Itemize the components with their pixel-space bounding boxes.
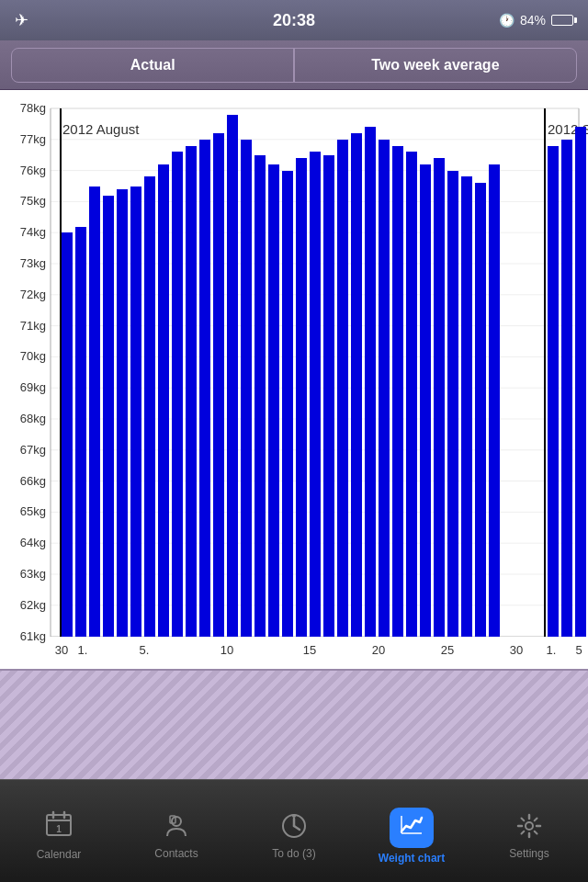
segment-wrapper: Actual Two week average: [11, 48, 577, 83]
svg-rect-44: [62, 232, 73, 637]
svg-rect-49: [130, 187, 141, 637]
airplane-icon: ✈: [15, 10, 28, 30]
svg-rect-72: [447, 171, 458, 637]
svg-line-98: [294, 826, 300, 830]
svg-text:67kg: 67kg: [20, 443, 46, 457]
svg-text:5: 5: [575, 643, 582, 657]
svg-rect-67: [379, 140, 390, 637]
clock-icon: 🕐: [499, 13, 514, 28]
svg-rect-58: [254, 155, 266, 637]
tab-weightchart-label: Weight chart: [379, 852, 445, 865]
svg-rect-68: [392, 146, 403, 637]
tab-weightchart[interactable]: Weight chart: [353, 780, 470, 882]
svg-rect-56: [227, 115, 238, 637]
svg-rect-75: [489, 164, 500, 637]
svg-rect-61: [296, 158, 307, 637]
svg-text:10: 10: [220, 643, 233, 657]
decorative-area: [0, 669, 588, 779]
svg-text:78kg: 78kg: [20, 101, 46, 115]
svg-point-102: [526, 822, 533, 830]
svg-text:25: 25: [441, 643, 454, 657]
svg-text:68kg: 68kg: [20, 412, 46, 425]
weight-chart-icon-wrapper: [390, 808, 434, 848]
svg-rect-77: [561, 140, 572, 637]
battery-info: 🕐 84%: [499, 13, 573, 28]
svg-line-108: [535, 831, 537, 833]
svg-text:20: 20: [372, 643, 385, 657]
svg-text:69kg: 69kg: [20, 380, 46, 394]
svg-text:2012 August: 2012 August: [62, 121, 140, 137]
svg-line-107: [522, 818, 525, 820]
svg-rect-53: [186, 146, 197, 637]
calendar-icon: 1: [45, 810, 73, 844]
segment-actual[interactable]: Actual: [12, 49, 293, 82]
svg-rect-47: [103, 196, 114, 637]
tab-todo-label: To do (3): [272, 847, 315, 860]
svg-rect-69: [406, 152, 417, 637]
svg-text:66kg: 66kg: [20, 474, 46, 488]
tab-settings[interactable]: Settings: [470, 780, 588, 882]
svg-rect-64: [337, 140, 348, 637]
svg-text:30: 30: [510, 643, 523, 657]
svg-rect-51: [158, 164, 169, 637]
contacts-icon: [163, 812, 190, 843]
svg-text:62kg: 62kg: [20, 598, 46, 612]
svg-text:71kg: 71kg: [20, 319, 46, 333]
svg-rect-45: [75, 227, 86, 637]
chart-svg: 78kg 77kg 76kg 75kg 74kg 73kg 72kg 71kg …: [0, 90, 588, 669]
svg-rect-48: [117, 189, 128, 637]
svg-point-94: [172, 817, 181, 826]
svg-rect-52: [172, 152, 183, 637]
svg-rect-55: [213, 133, 224, 637]
battery-icon: [551, 15, 573, 26]
svg-text:74kg: 74kg: [20, 225, 46, 239]
tab-todo[interactable]: To do (3): [235, 780, 353, 882]
svg-text:5.: 5.: [140, 643, 150, 657]
svg-line-110: [522, 831, 525, 833]
segmented-control: Actual Two week average: [0, 40, 588, 90]
tab-bar: 1 Calendar Contacts To do (3): [0, 779, 588, 882]
tab-calendar-label: Calendar: [37, 848, 82, 861]
chart-area: 78kg 77kg 76kg 75kg 74kg 73kg 72kg 71kg …: [0, 90, 588, 669]
svg-text:73kg: 73kg: [20, 256, 46, 270]
svg-text:72kg: 72kg: [20, 288, 46, 301]
todo-icon: [280, 812, 308, 843]
svg-rect-60: [282, 171, 293, 637]
tab-calendar[interactable]: 1 Calendar: [0, 780, 118, 882]
svg-text:65kg: 65kg: [20, 504, 46, 518]
tab-settings-label: Settings: [509, 847, 548, 860]
svg-point-99: [292, 814, 296, 818]
svg-line-109: [535, 818, 537, 820]
svg-rect-74: [475, 183, 486, 637]
svg-rect-54: [199, 140, 210, 637]
svg-text:76kg: 76kg: [20, 164, 46, 177]
svg-text:70kg: 70kg: [20, 349, 46, 363]
svg-text:64kg: 64kg: [20, 536, 46, 549]
svg-rect-46: [89, 187, 100, 637]
svg-text:1: 1: [56, 824, 62, 834]
battery-percent: 84%: [520, 13, 546, 28]
tab-contacts[interactable]: Contacts: [118, 780, 235, 882]
svg-rect-59: [268, 164, 279, 637]
svg-rect-76: [548, 146, 559, 637]
svg-rect-62: [310, 152, 321, 637]
tab-contacts-label: Contacts: [154, 847, 198, 860]
svg-text:61kg: 61kg: [20, 629, 46, 643]
segment-two-week[interactable]: Two week average: [295, 49, 576, 82]
svg-rect-50: [144, 176, 155, 637]
svg-text:77kg: 77kg: [20, 132, 46, 146]
svg-rect-71: [434, 158, 445, 637]
svg-rect-57: [241, 140, 252, 637]
status-time: 20:38: [273, 11, 315, 30]
svg-rect-66: [365, 127, 376, 637]
svg-rect-70: [420, 164, 431, 637]
svg-rect-65: [351, 133, 362, 637]
svg-rect-73: [461, 176, 472, 637]
svg-text:1.: 1.: [78, 643, 88, 657]
svg-text:30: 30: [55, 643, 68, 657]
svg-text:63kg: 63kg: [20, 567, 46, 581]
svg-text:15: 15: [303, 643, 316, 657]
svg-text:1.: 1.: [547, 643, 557, 657]
status-bar: ✈ 20:38 🕐 84%: [0, 0, 588, 40]
svg-rect-63: [323, 155, 334, 637]
